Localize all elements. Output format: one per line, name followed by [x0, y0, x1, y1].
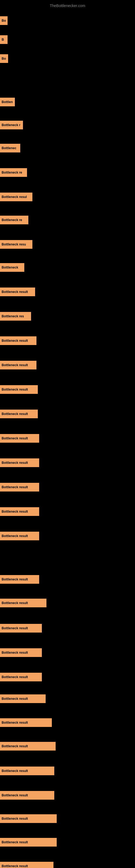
bar-26: Bottleneck result: [0, 648, 42, 657]
bar-label-34: Bottleneck result: [2, 840, 28, 844]
bar-item-6: Bottlenec: [0, 144, 135, 152]
bar-32: Bottleneck result: [0, 791, 54, 800]
bar-item-11: Bottleneck: [0, 263, 135, 272]
bar-label-31: Bottleneck result: [2, 769, 28, 773]
bar-label-13: Bottleneck res: [2, 314, 24, 318]
bar-item-22: Bottleneck result: [0, 532, 135, 540]
bar-item-29: Bottleneck result: [0, 718, 135, 727]
bar-1: Bo: [0, 16, 8, 25]
bar-20: Bottleneck result: [0, 483, 39, 492]
bar-17: Bottleneck result: [0, 410, 38, 418]
bar-item-19: Bottleneck result: [0, 458, 135, 467]
bar-label-15: Bottleneck result: [2, 363, 28, 367]
bar-31: Bottleneck result: [0, 767, 54, 775]
bar-25: Bottleneck result: [0, 624, 42, 632]
bar-item-8: Bottleneck resul: [0, 193, 135, 201]
bar-item-4: Bottlen: [0, 98, 135, 106]
bar-35: Bottleneck result: [0, 862, 53, 868]
bar-label-3: Bo: [2, 57, 6, 61]
bar-label-19: Bottleneck result: [2, 461, 28, 465]
bar-label-24: Bottleneck result: [2, 601, 28, 605]
bar-item-12: Bottleneck result: [0, 287, 135, 296]
bar-item-2: B: [0, 35, 135, 44]
bar-label-4: Bottlen: [2, 100, 13, 104]
bar-item-35: Bottleneck result: [0, 862, 135, 868]
bar-item-25: Bottleneck result: [0, 624, 135, 632]
bar-11: Bottleneck: [0, 263, 24, 272]
bar-item-30: Bottleneck result: [0, 742, 135, 750]
bar-23: Bottleneck result: [0, 575, 39, 584]
bar-33: Bottleneck result: [0, 814, 57, 823]
bar-34: Bottleneck result: [0, 838, 57, 846]
bar-label-22: Bottleneck result: [2, 534, 28, 538]
bar-18: Bottleneck result: [0, 434, 39, 443]
bar-label-12: Bottleneck result: [2, 290, 28, 294]
bar-item-27: Bottleneck result: [0, 673, 135, 681]
bar-15: Bottleneck result: [0, 361, 37, 369]
bar-item-23: Bottleneck result: [0, 575, 135, 584]
bar-item-24: Bottleneck result: [0, 599, 135, 607]
bar-label-23: Bottleneck result: [2, 578, 28, 581]
bar-30: Bottleneck result: [0, 742, 56, 750]
bar-label-20: Bottleneck result: [2, 485, 28, 489]
bar-10: Bottleneck resu: [0, 240, 32, 249]
bar-item-21: Bottleneck result: [0, 507, 135, 516]
bar-29: Bottleneck result: [0, 718, 52, 727]
bar-item-15: Bottleneck result: [0, 361, 135, 369]
bar-12: Bottleneck result: [0, 287, 35, 296]
bar-label-25: Bottleneck result: [2, 626, 28, 630]
bar-label-21: Bottleneck result: [2, 510, 28, 514]
bar-item-1: Bo: [0, 16, 135, 25]
bar-item-13: Bottleneck res: [0, 312, 135, 321]
bar-24: Bottleneck result: [0, 599, 46, 607]
bar-3: Bo: [0, 54, 8, 63]
bar-item-32: Bottleneck result: [0, 791, 135, 800]
bar-22: Bottleneck result: [0, 532, 39, 540]
site-title: TheBottlenecker.com: [0, 1, 135, 10]
bar-item-7: Bottleneck re: [0, 168, 135, 177]
bar-label-14: Bottleneck result: [2, 339, 28, 343]
bar-8: Bottleneck resul: [0, 193, 32, 201]
bar-27: Bottleneck result: [0, 673, 42, 681]
bar-16: Bottleneck result: [0, 385, 38, 394]
bar-7: Bottleneck re: [0, 168, 27, 177]
bar-label-11: Bottleneck: [2, 266, 18, 269]
bar-label-30: Bottleneck result: [2, 744, 28, 748]
bar-item-10: Bottleneck resu: [0, 240, 135, 249]
bar-label-17: Bottleneck result: [2, 412, 28, 416]
bar-item-14: Bottleneck result: [0, 336, 135, 345]
bar-label-32: Bottleneck result: [2, 794, 28, 797]
bar-4: Bottlen: [0, 98, 15, 106]
bar-item-20: Bottleneck result: [0, 483, 135, 492]
bar-label-28: Bottleneck result: [2, 697, 28, 701]
bar-item-28: Bottleneck result: [0, 694, 135, 703]
bar-label-29: Bottleneck result: [2, 721, 28, 724]
bar-item-16: Bottleneck result: [0, 385, 135, 394]
bar-label-1: Bo: [2, 19, 6, 23]
bar-label-35: Bottleneck result: [2, 864, 28, 868]
bar-14: Bottleneck result: [0, 336, 37, 345]
bar-item-31: Bottleneck result: [0, 767, 135, 775]
bar-item-17: Bottleneck result: [0, 410, 135, 418]
bar-item-34: Bottleneck result: [0, 838, 135, 846]
bar-28: Bottleneck result: [0, 694, 46, 703]
bar-label-27: Bottleneck result: [2, 675, 28, 679]
bar-5: Bottleneck r: [0, 121, 23, 129]
bar-13: Bottleneck res: [0, 312, 31, 321]
bar-label-6: Bottlenec: [2, 146, 16, 150]
bar-item-33: Bottleneck result: [0, 814, 135, 823]
bar-6: Bottlenec: [0, 144, 20, 152]
bar-label-5: Bottleneck r: [2, 123, 20, 127]
bar-label-10: Bottleneck resu: [2, 243, 26, 246]
bar-2: B: [0, 35, 8, 44]
bar-item-26: Bottleneck result: [0, 648, 135, 657]
bar-label-8: Bottleneck resul: [2, 195, 27, 199]
bar-item-3: Bo: [0, 54, 135, 63]
bar-label-9: Bottleneck re: [2, 218, 22, 222]
bar-item-18: Bottleneck result: [0, 434, 135, 443]
bar-label-18: Bottleneck result: [2, 436, 28, 440]
bar-label-2: B: [2, 38, 4, 41]
bar-label-16: Bottleneck result: [2, 388, 28, 392]
bar-label-7: Bottleneck re: [2, 170, 22, 175]
bar-label-33: Bottleneck result: [2, 817, 28, 820]
